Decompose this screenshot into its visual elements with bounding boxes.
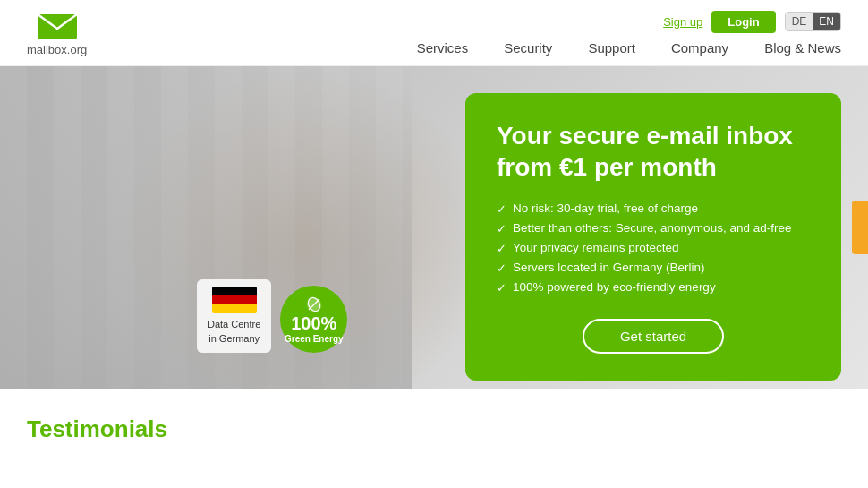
header-right: Sign up Login DE EN Services Security Su… bbox=[417, 11, 841, 56]
testimonials-title: Testimonials bbox=[27, 415, 841, 443]
lang-en-button[interactable]: EN bbox=[813, 13, 840, 30]
badge-green-energy: 100% Green Energy bbox=[280, 286, 347, 353]
logo-icon bbox=[36, 9, 79, 41]
checklist-item-5: ✓ 100% powered by eco-friendly energy bbox=[497, 278, 810, 297]
logo-text: mailbox.org bbox=[27, 43, 87, 56]
login-button[interactable]: Login bbox=[711, 11, 775, 33]
top-actions: Sign up Login DE EN bbox=[663, 11, 841, 33]
checklist-item-4: ✓ Servers located in Germany (Berlin) bbox=[497, 258, 810, 278]
checklist-item-1: ✓ No risk: 30-day trial, free of charge bbox=[497, 199, 810, 218]
lang-de-button[interactable]: DE bbox=[786, 13, 813, 30]
german-flag-icon bbox=[212, 287, 257, 313]
hero-checklist: ✓ No risk: 30-day trial, free of charge … bbox=[497, 199, 810, 297]
nav-blog-news[interactable]: Blog & News bbox=[764, 40, 841, 56]
hero-card-title: Your secure e-mail inbox from €1 per mon… bbox=[497, 120, 810, 183]
main-nav: Services Security Support Company Blog &… bbox=[417, 40, 841, 56]
nav-services[interactable]: Services bbox=[417, 40, 469, 56]
check-icon-1: ✓ bbox=[497, 202, 506, 216]
badge-data-centre-germany: Data Centre in Germany bbox=[197, 279, 271, 353]
check-icon-5: ✓ bbox=[497, 281, 506, 295]
hero-badges: Data Centre in Germany 100% Green Energy bbox=[197, 279, 347, 353]
nav-support[interactable]: Support bbox=[588, 40, 635, 56]
hero-section: Data Centre in Germany 100% Green Energy… bbox=[0, 66, 868, 389]
lang-switcher: DE EN bbox=[785, 12, 841, 31]
testimonials-section: Testimonials bbox=[0, 389, 868, 452]
nav-company[interactable]: Company bbox=[671, 40, 728, 56]
check-icon-3: ✓ bbox=[497, 242, 506, 255]
green-energy-pct: 100% bbox=[291, 313, 336, 334]
check-icon-2: ✓ bbox=[497, 222, 506, 235]
logo[interactable]: mailbox.org bbox=[27, 9, 87, 56]
nav-security[interactable]: Security bbox=[504, 40, 552, 56]
side-tab[interactable] bbox=[852, 201, 868, 254]
checklist-item-3: ✓ Your privacy remains protected bbox=[497, 238, 810, 258]
leaf-icon bbox=[305, 295, 323, 313]
hero-card: Your secure e-mail inbox from €1 per mon… bbox=[465, 93, 841, 381]
signup-link[interactable]: Sign up bbox=[663, 15, 702, 29]
get-started-button[interactable]: Get started bbox=[583, 319, 724, 354]
check-icon-4: ✓ bbox=[497, 261, 506, 275]
badge-germany-text: Data Centre in Germany bbox=[208, 319, 260, 343]
green-energy-label: Green Energy bbox=[285, 334, 344, 344]
header: mailbox.org Sign up Login DE EN Services… bbox=[0, 0, 868, 66]
checklist-item-2: ✓ Better than others: Secure, anonymous,… bbox=[497, 218, 810, 238]
